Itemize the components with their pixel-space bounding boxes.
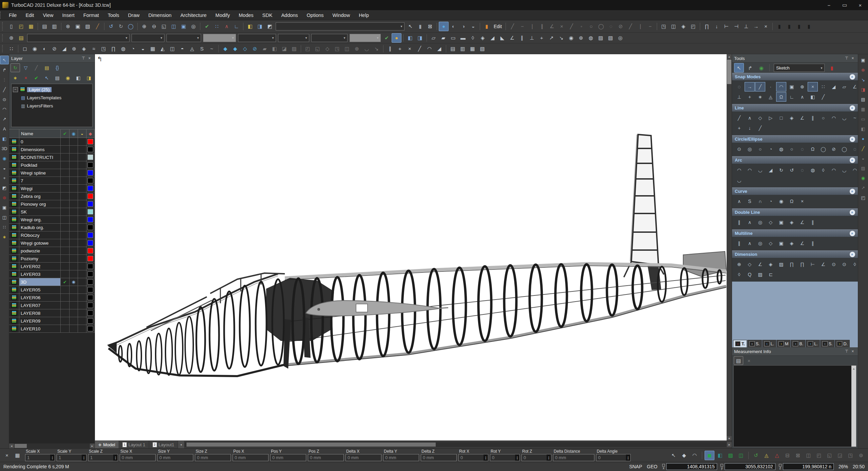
cone-3d-icon[interactable]: ◢ — [59, 44, 69, 54]
layer-tree-item[interactable]: ▤LayersTemplates — [21, 94, 92, 102]
menu-insert[interactable]: Insert — [58, 10, 79, 20]
facet-1-icon[interactable]: ◢ — [488, 33, 497, 43]
layer-row[interactable]: Poziomy — [9, 255, 95, 263]
line-tool-icon[interactable]: ╱ — [755, 123, 765, 133]
layer-color-swatch[interactable] — [87, 248, 93, 253]
sphere-3d-icon[interactable]: ◉ — [30, 44, 40, 54]
close-icon[interactable]: × — [86, 56, 93, 61]
menu-tools[interactable]: Tools — [103, 10, 124, 20]
print-icon[interactable]: ▤ — [40, 22, 50, 31]
line-tool-icon[interactable]: ○ — [818, 113, 828, 123]
layer-lock-cell[interactable] — [78, 192, 86, 200]
palette-tab-d[interactable]: ▪D. — [835, 340, 850, 347]
size-x-input[interactable]: 0 mm — [120, 454, 156, 461]
curve-tool-icon[interactable]: ∩ — [755, 197, 765, 206]
layer-name[interactable]: 7 — [19, 177, 61, 184]
wedge-3d-icon[interactable]: ◈ — [79, 44, 89, 54]
layer-tree-root[interactable]: −Layer (25) — [12, 85, 92, 94]
delta-angle-input[interactable]: 0▴▾ — [596, 454, 631, 461]
delete-layer-icon[interactable]: × — [21, 74, 31, 82]
materials-gear-icon[interactable]: ⊛ — [0, 193, 9, 202]
measurement-list-icon[interactable]: ▤ — [734, 356, 743, 365]
dimension-tool-icon[interactable]: ↗ — [0, 115, 9, 123]
spin-down-icon[interactable]: ▾ — [517, 458, 518, 460]
layer-eye-cell[interactable] — [70, 146, 78, 153]
layer-name[interactable]: Poziomy — [19, 255, 61, 262]
geo-toggle[interactable]: GEO — [647, 464, 657, 469]
dimension-tool-icon[interactable]: Q — [745, 270, 755, 279]
wireframe-aircraft-drawing[interactable] — [95, 54, 727, 441]
move-arrow-icon[interactable]: ↘ — [859, 75, 868, 84]
zoom-in-icon[interactable]: ⊕ — [139, 22, 149, 31]
shapes-icon[interactable]: ▦ — [859, 105, 868, 114]
boolean-3-icon[interactable]: ◪ — [279, 44, 289, 54]
new-file-icon[interactable]: ▯ — [6, 22, 16, 31]
layer-black-2-icon[interactable]: ▮ — [784, 22, 794, 31]
layer-name[interactable]: LAYER05 — [19, 286, 61, 293]
select-rect-icon[interactable]: ◰ — [859, 193, 868, 202]
hatch-1-icon[interactable]: ▨ — [596, 33, 606, 43]
snap-modes-tool-icon[interactable]: ◌ — [734, 82, 744, 91]
sheet-2-icon[interactable]: ▥ — [458, 44, 468, 54]
zoom-window-icon[interactable]: ◱ — [159, 22, 169, 31]
layer-row[interactable]: Wregi spline — [9, 169, 95, 177]
palette-tab-s[interactable]: ▪S. — [747, 340, 762, 347]
boolean-4-icon[interactable]: ▨ — [289, 44, 299, 54]
layer-lock-cell[interactable] — [78, 302, 86, 309]
multiline-tool-icon[interactable]: ◇ — [766, 239, 776, 248]
layer-name[interactable]: LAYER10 — [19, 325, 61, 332]
scroll-down-icon[interactable]: ▾ — [727, 436, 732, 441]
layer-color-swatch[interactable] — [87, 256, 93, 261]
layer-row[interactable]: SK — [9, 208, 95, 216]
layer-eye-cell[interactable] — [70, 325, 78, 332]
layer-row[interactable]: LAYER10 — [9, 325, 95, 333]
spin-down-icon[interactable]: ▾ — [115, 458, 116, 460]
chamfer-icon[interactable]: ↘ — [372, 44, 381, 54]
layer-row[interactable]: $CONSTRUCTI — [9, 153, 95, 161]
sheet-1-icon[interactable]: ▤ — [448, 44, 458, 54]
coordinate-y-input[interactable]: 3055,832102 — [725, 463, 775, 470]
pattern-combobox[interactable]: ▾ — [311, 34, 348, 42]
rect-select-icon[interactable]: ◰ — [814, 451, 824, 460]
coil-3d-icon[interactable]: ≈ — [89, 44, 99, 54]
layer-row[interactable]: LAYER07 — [9, 302, 95, 309]
layer-lock-cell[interactable] — [78, 200, 86, 208]
layer-lock-cell[interactable] — [78, 153, 86, 161]
layer-name[interactable]: ROboczy — [19, 231, 61, 239]
send-mail-icon[interactable]: ⊠ — [425, 22, 435, 31]
layer-visible-cell[interactable] — [61, 146, 70, 153]
circle-ellipse-tool-icon[interactable]: ◯ — [839, 144, 849, 154]
print-preview-icon[interactable]: ▥ — [50, 22, 59, 31]
scroll-thumb[interactable] — [727, 60, 731, 84]
snap-toggle[interactable]: SNAP — [629, 464, 642, 469]
spinner-icon[interactable]: ▴▾ — [515, 454, 519, 461]
layer-color-cell[interactable] — [86, 302, 95, 309]
multiline-tool-icon[interactable]: ∥ — [734, 239, 744, 248]
rot-y-input[interactable]: 0▴▾ — [490, 454, 520, 461]
layer-stack-icon[interactable]: ◳ — [846, 451, 855, 460]
dir-se-icon[interactable]: ↘ — [556, 33, 566, 43]
arc-tool-icon[interactable]: ◡ — [734, 176, 744, 185]
sweep-3d-icon[interactable]: S — [197, 44, 207, 54]
trim-icon[interactable]: × — [761, 22, 771, 31]
boolean-1-icon[interactable]: ▰ — [260, 44, 270, 54]
layer-name[interactable]: Wregi org. — [19, 216, 61, 223]
close-icon[interactable]: × — [850, 349, 856, 354]
layer-color-cell[interactable] — [86, 231, 95, 239]
ellipse-snap-icon[interactable]: ◯ — [596, 22, 606, 31]
modify-3-icon[interactable]: ◇ — [322, 44, 332, 54]
layer-color-swatch[interactable] — [87, 201, 93, 207]
snap-modes-tool-icon[interactable]: ▣ — [787, 82, 797, 91]
rail-1-icon[interactable]: ∥ — [385, 44, 395, 54]
layer-visible-cell[interactable]: ✔ — [61, 278, 70, 286]
dimension-tool-icon[interactable]: ◇ — [745, 260, 755, 269]
menu-architecture[interactable]: Architecture — [176, 10, 211, 20]
minimize-button[interactable]: − — [821, 0, 837, 10]
circle-snap-icon[interactable]: ○ — [586, 22, 596, 31]
layer-palette-icon[interactable]: ▤ — [42, 63, 52, 72]
line-tool-icon[interactable]: ◇ — [755, 113, 765, 123]
curve-tool-icon[interactable]: Ω — [787, 197, 797, 206]
edit-handles-icon[interactable]: ◱ — [825, 451, 834, 460]
size-z-input[interactable]: 0 mm — [195, 454, 231, 461]
layer-visible-cell[interactable] — [61, 309, 70, 317]
